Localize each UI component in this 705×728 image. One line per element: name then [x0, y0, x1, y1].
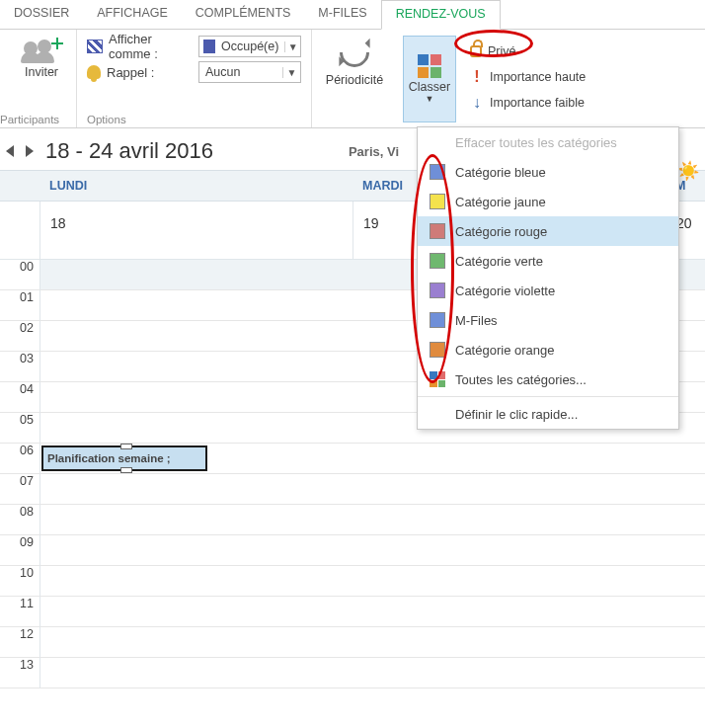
hour-label: 05 [0, 413, 39, 444]
bell-icon [87, 65, 101, 79]
menu-category-item[interactable]: Catégorie verte [418, 246, 678, 276]
category-swatch-icon [430, 223, 445, 239]
group-options: Afficher comme : Occupé(e) ▼ Rappel : Au… [77, 30, 312, 127]
invite-button[interactable]: Inviter [10, 34, 73, 79]
recurrence-label: Périodicité [326, 73, 383, 87]
time-slot[interactable] [39, 627, 705, 658]
time-slot[interactable] [39, 597, 705, 627]
categorize-label: Classer [409, 80, 450, 94]
high-importance-button[interactable]: ! Importance haute [462, 65, 593, 89]
appointment-event[interactable]: Planification semaine ; [41, 445, 207, 471]
hour-label: 09 [0, 535, 39, 566]
tab-dossier[interactable]: DOSSIER [0, 0, 83, 29]
hour-label: 00 [0, 260, 39, 290]
category-swatch-icon [430, 194, 445, 209]
show-as-value: Occupé(e) [219, 40, 284, 53]
category-label: Catégorie orange [455, 343, 554, 358]
category-swatch-icon [430, 253, 445, 269]
menu-category-item[interactable]: M-Files [418, 305, 678, 335]
day-num-mon[interactable]: 18 [39, 202, 352, 259]
menu-quick-click[interactable]: Définir le clic rapide... [418, 399, 678, 429]
menu-category-item[interactable]: Catégorie orange [418, 335, 678, 364]
ribbon: Inviter Participants Afficher comme : Oc… [0, 30, 705, 128]
recurrence-icon [334, 32, 375, 73]
categorize-menu: Effacer toutes les catégories Catégorie … [417, 126, 679, 430]
sun-icon: ☀️ [677, 160, 699, 182]
menu-separator [418, 396, 678, 397]
low-importance-button[interactable]: ↓ Importance faible [462, 91, 593, 115]
hour-label: 01 [0, 290, 39, 321]
hour-label: 10 [0, 566, 39, 597]
ribbon-tabs: DOSSIER AFFICHAGE COMPLÉMENTS M-FILES RE… [0, 0, 705, 30]
time-slot[interactable] [39, 566, 705, 597]
categorize-button[interactable]: Classer ▼ [403, 36, 456, 122]
chevron-down-icon: ▼ [284, 41, 300, 52]
category-label: Catégorie verte [455, 254, 543, 269]
category-label: Catégorie bleue [455, 165, 546, 180]
hour-label: 11 [0, 597, 39, 627]
reminder-combo[interactable]: Aucun ▼ [198, 61, 301, 83]
menu-category-item[interactable]: Catégorie bleue [418, 157, 678, 187]
invite-label: Inviter [25, 65, 58, 79]
next-week-button[interactable] [26, 145, 34, 157]
arrow-down-icon: ↓ [470, 94, 484, 112]
group-participants: Inviter Participants [0, 30, 77, 127]
group-label-options: Options [77, 114, 311, 125]
busy-hatch-icon [87, 40, 103, 53]
category-swatch-icon [430, 342, 445, 358]
private-label: Privé [488, 44, 515, 58]
time-slot[interactable] [39, 535, 705, 566]
exclamation-icon: ! [470, 68, 484, 86]
hour-label: 03 [0, 352, 39, 382]
time-slot[interactable] [39, 474, 705, 505]
menu-category-item[interactable]: Catégorie jaune [418, 187, 678, 216]
hour-label: 06 [0, 444, 39, 474]
low-importance-label: Importance faible [490, 96, 585, 110]
category-swatch-icon [430, 164, 445, 180]
hour-label: 08 [0, 505, 39, 535]
time-slot[interactable] [39, 658, 705, 688]
category-label: Catégorie jaune [455, 195, 546, 209]
chevron-down-icon: ▼ [282, 67, 300, 78]
tab-rendezvous[interactable]: RENDEZ-VOUS [381, 0, 501, 30]
prev-week-button[interactable] [6, 145, 14, 157]
menu-category-item[interactable]: Catégorie violette [418, 276, 678, 305]
group-tags: Classer ▼ Privé ! Importance haute ↓ Imp… [397, 30, 593, 127]
date-range: 18 - 24 avril 2016 [45, 138, 213, 164]
hour-label: 07 [0, 474, 39, 505]
lock-icon [470, 45, 482, 57]
menu-clear-categories: Effacer toutes les catégories [418, 127, 678, 157]
group-recurrence: Périodicité [312, 30, 397, 127]
reminder-value: Aucun [199, 65, 246, 79]
chevron-down-icon: ▼ [426, 94, 434, 104]
time-slot[interactable] [39, 505, 705, 535]
time-gutter: 0001020304050607080910111213 [0, 260, 39, 688]
high-importance-label: Importance haute [490, 70, 586, 84]
hour-label: 12 [0, 627, 39, 658]
tab-mfiles[interactable]: M-FILES [304, 0, 380, 29]
hour-label: 04 [0, 382, 39, 413]
category-swatch-icon [430, 312, 445, 328]
categories-grid-icon [430, 371, 445, 387]
menu-all-categories[interactable]: Toutes les catégories... [418, 364, 678, 394]
hour-label: 02 [0, 321, 39, 352]
menu-category-item[interactable]: Catégorie rouge [418, 216, 678, 246]
category-label: Catégorie rouge [455, 224, 547, 239]
categories-grid-icon [418, 54, 441, 78]
show-as-label: Afficher comme : [109, 32, 193, 61]
hour-label: 13 [0, 658, 39, 688]
group-label-participants: Participants [0, 114, 76, 125]
private-button[interactable]: Privé [462, 40, 593, 63]
category-label: Catégorie violette [455, 283, 555, 298]
tab-complements[interactable]: COMPLÉMENTS [182, 0, 305, 29]
busy-swatch-icon [203, 40, 215, 53]
recurrence-button[interactable]: Périodicité [318, 34, 391, 87]
day-header-mon[interactable]: LUNDI [39, 171, 352, 201]
tab-affichage[interactable]: AFFICHAGE [83, 0, 182, 29]
show-as-combo[interactable]: Occupé(e) ▼ [198, 36, 301, 57]
people-plus-icon [24, 38, 59, 65]
category-swatch-icon [430, 283, 445, 298]
category-label: M-Files [455, 313, 498, 328]
reminder-label: Rappel : [107, 65, 154, 80]
